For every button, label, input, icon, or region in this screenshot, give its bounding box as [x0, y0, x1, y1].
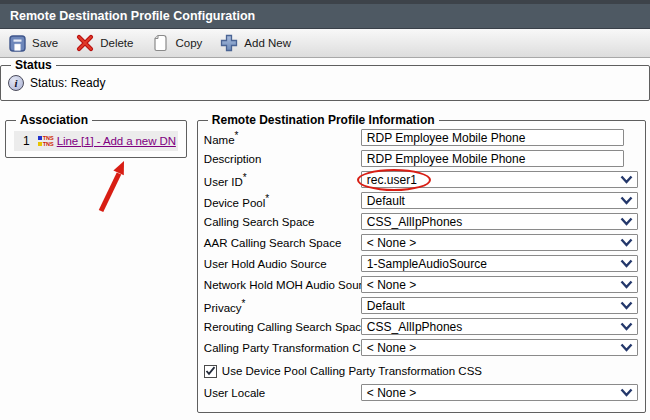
chevron-down-icon	[620, 196, 633, 205]
chevron-down-icon	[620, 343, 633, 352]
calling-search-space-select[interactable]: CSS_AllIpPhones	[361, 213, 638, 230]
use-device-pool-calling-party-transformation-css-checkbox[interactable]	[204, 365, 217, 378]
form-row-rerouting-calling-search-space: Rerouting Calling Search SpaceCSS_AllIpP…	[204, 318, 639, 335]
name-label: Name*	[204, 130, 361, 146]
user-locale-label: User Locale	[204, 387, 361, 399]
form-row-device-pool: Device Pool*Default	[204, 192, 639, 209]
association-row: 1 TNS TNS Line [1] - Add a new DN	[14, 131, 178, 151]
required-asterisk: *	[242, 298, 246, 309]
network-hold-moh-audio-source-select[interactable]: < None >	[361, 276, 638, 293]
required-asterisk: *	[235, 130, 239, 141]
info-icon: i	[8, 75, 24, 91]
form-row-network-hold-moh-audio-source: Network Hold MOH Audio Source< None >	[204, 276, 639, 293]
association-section: Association 1 TNS TNS Line [1] - Add a n…	[5, 113, 187, 158]
add-new-button-label: Add New	[244, 37, 291, 49]
chevron-down-icon	[620, 280, 633, 289]
delete-button[interactable]: Delete	[76, 34, 133, 52]
user-locale-selected-value: < None >	[362, 386, 416, 400]
required-asterisk: *	[243, 172, 247, 183]
calling-party-transformation-css-label: Calling Party Transformation CSS	[204, 342, 361, 354]
save-icon	[8, 34, 26, 52]
status-section: Status i Status: Ready	[0, 58, 650, 101]
copy-icon	[151, 34, 169, 52]
user-locale-select[interactable]: < None >	[361, 384, 638, 401]
network-hold-moh-audio-source-selected-value: < None >	[362, 278, 416, 292]
delete-button-label: Delete	[100, 37, 133, 49]
association-row-number: 1	[23, 134, 30, 148]
chevron-down-icon	[620, 301, 633, 310]
calling-party-transformation-css-selected-value: < None >	[362, 341, 416, 355]
rerouting-calling-search-space-selected-value: CSS_AllIpPhones	[362, 320, 462, 334]
content-columns: Association 1 TNS TNS Line [1] - Add a n…	[5, 113, 646, 413]
copy-button[interactable]: Copy	[151, 34, 202, 52]
form-rows: Name*DescriptionUser ID*rec.user1Device …	[204, 129, 639, 401]
calling-party-transformation-css-select[interactable]: < None >	[361, 339, 638, 356]
user-hold-audio-source-select[interactable]: 1-SampleAudioSource	[361, 255, 638, 272]
form-row-use-device-pool-calling-party-transformation-css: Use Device Pool Calling Party Transforma…	[204, 363, 639, 379]
name-input[interactable]	[361, 129, 624, 146]
user-hold-audio-source-selected-value: 1-SampleAudioSource	[362, 257, 487, 271]
required-asterisk: *	[265, 193, 269, 204]
privacy-label: Privacy*	[204, 298, 361, 314]
form-row-name: Name*	[204, 129, 639, 146]
rerouting-calling-search-space-select[interactable]: CSS_AllIpPhones	[361, 318, 638, 335]
form-row-calling-search-space: Calling Search SpaceCSS_AllIpPhones	[204, 213, 639, 230]
user-id-selected-value: rec.user1	[362, 173, 417, 187]
add-new-dn-link[interactable]: Line [1] - Add a new DN	[57, 135, 176, 147]
form-legend: Remote Destination Profile Information	[208, 113, 439, 127]
chevron-down-icon	[620, 259, 633, 268]
use-device-pool-calling-party-transformation-css-label: Use Device Pool Calling Party Transforma…	[222, 365, 482, 377]
aar-calling-search-space-label: AAR Calling Search Space	[204, 237, 361, 249]
chevron-down-icon	[620, 238, 633, 247]
status-legend: Status	[11, 58, 56, 72]
user-id-label: User ID*	[204, 172, 361, 188]
delete-icon	[76, 34, 94, 52]
save-button[interactable]: Save	[8, 34, 58, 52]
status-text: Status: Ready	[30, 76, 105, 90]
form-row-calling-party-transformation-css: Calling Party Transformation CSS< None >	[204, 339, 639, 356]
save-button-label: Save	[32, 37, 58, 49]
rerouting-calling-search-space-label: Rerouting Calling Search Space	[204, 321, 361, 333]
device-pool-label: Device Pool*	[204, 193, 361, 209]
privacy-select[interactable]: Default	[361, 297, 638, 314]
add-new-button[interactable]: Add New	[220, 34, 291, 52]
description-input[interactable]	[361, 150, 624, 167]
page-title: Remote Destination Profile Configuration	[10, 9, 255, 23]
page-title-bar: Remote Destination Profile Configuration	[0, 4, 650, 29]
aar-calling-search-space-selected-value: < None >	[362, 236, 416, 250]
device-pool-selected-value: Default	[362, 194, 405, 208]
add-new-icon	[220, 34, 238, 52]
aar-calling-search-space-select[interactable]: < None >	[361, 234, 638, 251]
chevron-down-icon	[620, 322, 633, 331]
line-icon: TNS TNS	[38, 135, 54, 147]
copy-button-label: Copy	[175, 37, 202, 49]
form-row-user-hold-audio-source: User Hold Audio Source1-SampleAudioSourc…	[204, 255, 639, 272]
user-id-select[interactable]: rec.user1	[361, 171, 638, 188]
network-hold-moh-audio-source-label: Network Hold MOH Audio Source	[204, 279, 361, 291]
privacy-selected-value: Default	[362, 299, 405, 313]
form-row-privacy: Privacy*Default	[204, 297, 639, 314]
rdp-info-section: Remote Destination Profile Information N…	[197, 113, 646, 413]
form-row-aar-calling-search-space: AAR Calling Search Space< None >	[204, 234, 639, 251]
calling-search-space-selected-value: CSS_AllIpPhones	[362, 215, 462, 229]
form-row-description: Description	[204, 150, 639, 167]
description-label: Description	[204, 153, 361, 165]
device-pool-select[interactable]: Default	[361, 192, 638, 209]
toolbar: SaveDeleteCopyAdd New	[0, 29, 650, 58]
chevron-down-icon	[620, 217, 633, 226]
chevron-down-icon	[620, 175, 633, 184]
form-row-user-locale: User Locale< None >	[204, 384, 639, 401]
user-hold-audio-source-label: User Hold Audio Source	[204, 258, 361, 270]
association-legend: Association	[16, 113, 92, 127]
calling-search-space-label: Calling Search Space	[204, 216, 361, 228]
status-row: i Status: Ready	[7, 74, 643, 94]
form-row-user-id: User ID*rec.user1	[204, 171, 639, 188]
chevron-down-icon	[620, 388, 633, 397]
